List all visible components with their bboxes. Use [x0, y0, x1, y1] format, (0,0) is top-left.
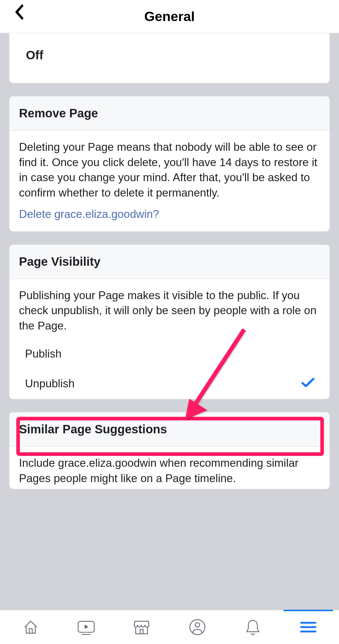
profile-icon — [188, 618, 206, 636]
page-title: General — [144, 9, 195, 24]
home-icon — [22, 618, 40, 636]
option-publish[interactable]: Publish — [9, 339, 330, 369]
option-unpublish[interactable]: Unpublish — [9, 369, 330, 399]
remove-page-description: Deleting your Page means that nobody wil… — [19, 140, 320, 201]
section-header-page-visibility: Page Visibility — [9, 245, 330, 279]
marketplace-icon — [132, 618, 151, 636]
delete-page-link[interactable]: Delete grace.eliza.goodwin? — [19, 208, 320, 221]
bottom-tab-bar — [0, 610, 339, 644]
back-button[interactable] — [11, 5, 27, 20]
card-off: Off — [9, 33, 330, 83]
tab-watch[interactable] — [58, 610, 114, 644]
tab-marketplace[interactable] — [114, 610, 169, 644]
active-tab-indicator — [284, 610, 333, 611]
section-title: Remove Page — [19, 107, 320, 120]
hamburger-menu-icon — [300, 620, 317, 634]
section-body-similar-pages: Include grace.eliza.goodwin when recomme… — [9, 447, 330, 489]
content-scroll-area[interactable]: Off Remove Page Deleting your Page means… — [0, 33, 339, 610]
option-unpublish-label: Unpublish — [25, 377, 75, 390]
tab-menu[interactable] — [281, 610, 336, 644]
watch-tv-icon — [76, 618, 96, 636]
section-body-remove-page: Deleting your Page means that nobody wil… — [9, 131, 330, 231]
card-remove-page: Remove Page Deleting your Page means tha… — [9, 96, 330, 232]
tab-profile[interactable] — [170, 610, 225, 644]
chevron-left-icon — [14, 4, 24, 20]
bell-icon — [244, 618, 261, 636]
similar-pages-description: Include grace.eliza.goodwin when recomme… — [19, 456, 320, 486]
card-page-visibility: Page Visibility Publishing your Page mak… — [9, 244, 330, 399]
tab-notifications[interactable] — [225, 610, 281, 644]
svg-point-5 — [195, 623, 199, 627]
section-header-remove-page: Remove Page — [9, 96, 330, 131]
section-body-page-visibility: Publishing your Page makes it visible to… — [9, 279, 330, 339]
section-header-similar-pages: Similar Page Suggestions — [9, 412, 330, 447]
page-header: General — [0, 0, 339, 33]
section-title: Page Visibility — [19, 255, 320, 268]
checkmark-icon — [301, 377, 315, 391]
section-title: Similar Page Suggestions — [19, 423, 320, 436]
card-similar-pages: Similar Page Suggestions Include grace.e… — [9, 412, 330, 489]
option-publish-label: Publish — [25, 348, 61, 360]
tab-home[interactable] — [3, 610, 58, 644]
page-visibility-description: Publishing your Page makes it visible to… — [19, 288, 320, 334]
off-value[interactable]: Off — [9, 33, 330, 83]
